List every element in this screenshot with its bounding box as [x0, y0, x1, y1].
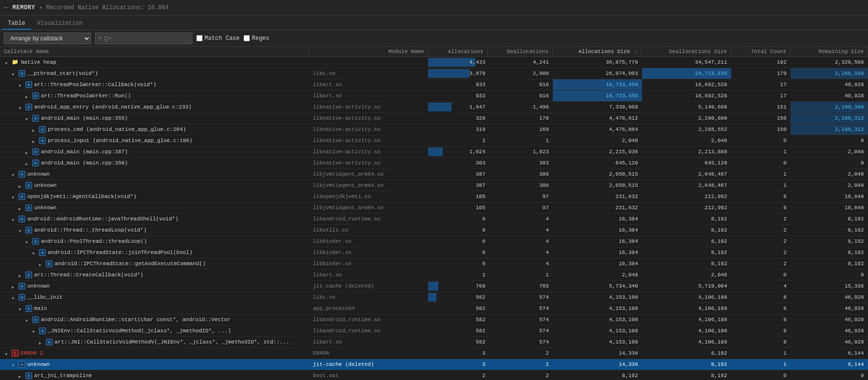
toggle-icon[interactable]: ▼: [19, 306, 24, 311]
col-header-alloc-size[interactable]: Allocations Size ↓: [553, 47, 642, 57]
toggle-icon[interactable]: ▼: [25, 115, 31, 121]
arrange-select[interactable]: Arrange by callstack Arrange by allocati…: [4, 33, 91, 44]
table-row[interactable]: ▼ ⊙ _JNIEnv::CallStaticVoidMethod(_jclas…: [0, 326, 868, 337]
toggle-icon[interactable]: ▼: [5, 350, 11, 356]
table-row[interactable]: ▼ ⊙ android::AndroidRuntime::start(char …: [0, 314, 868, 326]
col-header-callstack[interactable]: Callstack Name: [0, 47, 309, 57]
toggle-icon[interactable]: ▼: [25, 317, 31, 323]
cell-total-count: 0: [731, 270, 791, 281]
cell-module: libutils.so: [309, 225, 428, 236]
cell-module: libbinder.so: [309, 258, 428, 270]
regex-label[interactable]: Regex: [244, 35, 269, 42]
table-row[interactable]: ▼ ⊙ __pthread_start(void*) libc.so3,0792…: [0, 68, 868, 79]
table-row[interactable]: ▶ ⊙ art_jni_trampoline boot.oat228,1928,…: [0, 370, 868, 380]
regex-checkbox[interactable]: [244, 35, 250, 41]
toggle-icon[interactable]: ▼: [12, 294, 18, 300]
toggle-icon[interactable]: ▼: [5, 59, 11, 65]
cell-module: libbinder.so: [309, 247, 428, 258]
cell-callstack: ▼ ⊙ unknown: [0, 359, 309, 370]
toggle-icon[interactable]: ▶: [25, 93, 31, 99]
match-case-checkbox[interactable]: [196, 35, 203, 41]
table-row[interactable]: ▶ ⊙ unknown jit-cache (deleted)7697655,7…: [0, 281, 868, 292]
func-icon: ⊙: [25, 104, 32, 110]
col-header-module[interactable]: Module Name: [309, 47, 428, 57]
cell-remaining-size: 8,192: [791, 258, 868, 270]
cell-dealloc: 574: [488, 337, 553, 348]
toggle-icon[interactable]: ▼: [19, 227, 24, 233]
table-row[interactable]: ▼ ⊙ android_app_entry (android_native_ap…: [0, 102, 868, 113]
table-row[interactable]: ▼ 📁 Native heap 4,4334,24136,875,77934,5…: [0, 57, 868, 68]
toggle-icon[interactable]: ▶: [12, 283, 18, 289]
func-name: android_app_entry (android_native_app_gl…: [34, 103, 191, 111]
table-row[interactable]: ▶ ⊙ android::IPCThreadState::getAndExecu…: [0, 258, 868, 270]
toggle-icon[interactable]: ▶: [39, 339, 45, 345]
table-row[interactable]: ▼ ⊙ __libc_init libc.so5825744,153,1004,…: [0, 292, 868, 303]
cell-alloc-size: 8,192: [553, 370, 642, 380]
table-row[interactable]: ▼ ⊙ android::AndroidRuntime::javaThreadS…: [0, 214, 868, 225]
table-row[interactable]: ▼ ⊙ unknown libjvmtiagent_arm64.so387386…: [0, 169, 868, 180]
table-row[interactable]: ▼ ⊙ android::Thread::_threadLoop(void*) …: [0, 225, 868, 236]
cell-alloc-size: 4,153,100: [553, 303, 642, 314]
toggle-icon[interactable]: ▶: [32, 127, 38, 132]
table-row[interactable]: ▶ ⊙ process_input (android_native_app_gl…: [0, 135, 868, 146]
toggle-icon[interactable]: ▶: [25, 149, 31, 155]
table-row[interactable]: ▶ ⊙ art::JNI::CallStaticVoidMethodV(_JNI…: [0, 337, 868, 348]
toggle-icon[interactable]: ▼: [12, 71, 18, 76]
func-icon: ⊙: [39, 137, 46, 144]
cell-dealloc: 97: [488, 202, 553, 214]
table-row[interactable]: ▼ ⊙ android_main (main.cpp:355) libnativ…: [0, 113, 868, 124]
col-header-dealloc-size[interactable]: Deallocations Size: [642, 47, 731, 57]
table-row[interactable]: ▼ ⊙ main app_process645825744,153,1004,1…: [0, 303, 868, 314]
func-name: art::JNI::CallStaticVoidMethodV(_JNIEnv*…: [55, 338, 289, 346]
table-row[interactable]: ▼ ⊙ android::IPCThreadState::joinThreadP…: [0, 247, 868, 258]
toggle-icon[interactable]: ▶: [25, 160, 31, 166]
tab-table[interactable]: Table: [2, 18, 31, 30]
col-header-dealloc[interactable]: Deallocations: [488, 47, 553, 57]
toggle-icon[interactable]: ▶: [32, 138, 38, 144]
table-row[interactable]: ▶ ⊙ android_main (main.cpp:350) libnativ…: [0, 158, 868, 169]
toggle-icon[interactable]: ▶: [19, 272, 24, 278]
table-row[interactable]: ▼ ⊙ unknown jit-cache (deleted)3214,3368…: [0, 359, 868, 370]
cell-remaining-size: 2,188,312: [791, 124, 868, 135]
toggle-icon[interactable]: ▼: [12, 194, 18, 199]
cell-alloc: 2: [428, 370, 488, 380]
top-bar: ← MEMORY ▾ Recorded Native Allocations: …: [0, 0, 868, 16]
col-header-remaining-size[interactable]: Remaining Size: [791, 47, 868, 57]
table-row[interactable]: ▶ ⊙ art::Thread::CreateCallback(void*) l…: [0, 270, 868, 281]
cell-alloc-size: 231,632: [553, 202, 642, 214]
tab-visualization[interactable]: Visualization: [31, 18, 89, 30]
func-name: process_cmd (android_native_app_glue.c:2…: [48, 125, 186, 134]
cell-dealloc-size: 8,192: [642, 247, 731, 258]
toggle-icon[interactable]: ▶: [39, 261, 45, 267]
search-input[interactable]: [104, 35, 182, 42]
toggle-icon[interactable]: ▼: [25, 238, 31, 244]
toggle-icon[interactable]: ▶: [19, 182, 24, 188]
table-row[interactable]: ▶ ⊙ unknown libjvmtiagent_arm64.so387386…: [0, 180, 868, 191]
app-dropdown[interactable]: ▾: [39, 5, 42, 11]
cell-alloc: 4,433: [428, 57, 488, 68]
col-header-total-count[interactable]: Total Count: [731, 47, 791, 57]
cell-alloc-size: 2,215,936: [553, 146, 642, 158]
match-case-label[interactable]: Match Case: [196, 35, 240, 42]
table-row[interactable]: ▶ ⊙ android_main (main.cpp:387) libnativ…: [0, 146, 868, 158]
toggle-icon[interactable]: ▼: [12, 171, 18, 177]
toggle-icon[interactable]: ▼: [12, 216, 18, 222]
col-header-alloc[interactable]: Allocations: [428, 47, 488, 57]
table-row[interactable]: ▶ ⊙ art::ThreadPoolWorker::Run() libart.…: [0, 90, 868, 102]
table-row[interactable]: ▼ ⊙ art::ThreadPoolWorker::Callback(void…: [0, 79, 868, 90]
toggle-icon[interactable]: ▼: [32, 328, 38, 334]
table-row[interactable]: ▶ ⊙ process_cmd (android_native_app_glue…: [0, 124, 868, 135]
toggle-icon[interactable]: ▼: [19, 82, 24, 88]
cell-dealloc-size: 8,192: [642, 258, 731, 270]
table-row[interactable]: ▶ ⊙ unknown libjvmtiagent_arm64.so105972…: [0, 202, 868, 214]
toggle-icon[interactable]: ▼: [32, 250, 38, 255]
func-name: __libc_init: [27, 293, 63, 302]
toggle-icon[interactable]: ▼: [19, 104, 24, 110]
toggle-icon[interactable]: ▶: [19, 373, 24, 379]
table-row[interactable]: ▼ ⊙ android::PoolThread::threadLoop() li…: [0, 236, 868, 247]
toggle-icon[interactable]: ▼: [12, 362, 18, 367]
back-button[interactable]: ←: [4, 3, 9, 12]
toggle-icon[interactable]: ▶: [19, 205, 24, 211]
table-row[interactable]: ▼ ⊙ openjdkjvmti::AgentCallback(void*) l…: [0, 191, 868, 202]
table-row[interactable]: ▼ E ERROR 2 ERROR3214,3368,19216,144: [0, 348, 868, 359]
